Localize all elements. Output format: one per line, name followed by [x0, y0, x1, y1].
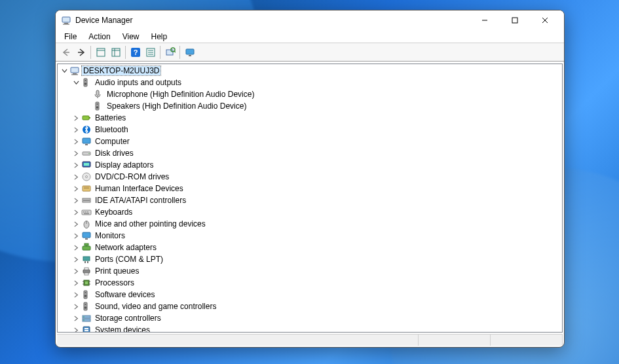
tree-category-node[interactable]: Bluetooth — [58, 124, 562, 136]
maximize-button[interactable] — [500, 10, 530, 30]
tree-node-label: Storage controllers — [94, 314, 162, 323]
tree-category-node[interactable]: Disk drives — [58, 147, 562, 159]
toolbar-show-hide-pane-button[interactable] — [108, 45, 123, 60]
expander-icon[interactable] — [71, 124, 81, 135]
speaker-icon — [81, 77, 92, 88]
menu-view[interactable]: View — [117, 31, 145, 43]
tree-category-node[interactable]: Mice and other pointing devices — [58, 218, 562, 230]
computer-icon — [69, 65, 80, 76]
device-tree[interactable]: DESKTOP-M2UUJ3D Audio inputs and outputs… — [57, 64, 563, 333]
cpu-icon — [81, 278, 92, 288]
tree-node-label: System devices — [94, 325, 151, 333]
network-icon — [81, 242, 92, 253]
tree-category-node[interactable]: Human Interface Devices — [58, 183, 562, 194]
tree-category-node[interactable]: System devices — [58, 324, 562, 333]
tree-node-label: Computer — [94, 137, 131, 146]
toolbar-help-button[interactable] — [128, 45, 143, 60]
expander-icon[interactable] — [59, 65, 69, 76]
titlebar[interactable]: Device Manager — [56, 10, 564, 30]
expander-icon[interactable] — [71, 207, 81, 217]
tree-category-node[interactable]: Sound, video and game controllers — [58, 300, 562, 312]
tree-device-node[interactable]: Microphone (High Definition Audio Device… — [58, 88, 562, 100]
tree-node-label: Audio inputs and outputs — [94, 78, 183, 87]
tree-category-node[interactable]: IDE ATA/ATAPI controllers — [58, 194, 562, 206]
display-icon — [81, 160, 92, 170]
battery-icon — [81, 113, 92, 123]
monitor-icon — [81, 136, 92, 147]
toolbar-separator — [90, 46, 91, 59]
close-button[interactable] — [530, 10, 560, 30]
minimize-button[interactable] — [470, 10, 500, 30]
expander-icon[interactable] — [71, 254, 81, 264]
status-cell — [419, 335, 491, 346]
printer-icon — [81, 266, 92, 276]
monitor-icon — [81, 230, 92, 241]
expander-icon[interactable] — [71, 301, 81, 312]
expander-icon[interactable] — [71, 289, 81, 300]
tree-category-node[interactable]: DVD/CD-ROM drives — [58, 171, 562, 183]
tree-node-label: Processors — [94, 278, 136, 287]
menubar: File Action View Help — [56, 30, 564, 43]
expander-icon[interactable] — [71, 278, 81, 288]
tree-node-label: Bluetooth — [94, 125, 130, 134]
menu-action[interactable]: Action — [83, 31, 116, 43]
tree-node-label: Network adapters — [94, 243, 158, 252]
tree-root-node[interactable]: DESKTOP-M2UUJ3D — [58, 65, 562, 77]
speaker-icon — [93, 101, 103, 111]
toolbar-separator — [179, 46, 180, 59]
tree-node-label: Human Interface Devices — [94, 184, 185, 193]
expander-icon[interactable] — [71, 219, 81, 229]
tree-category-node[interactable]: Computer — [58, 136, 562, 147]
expander-placeholder — [83, 89, 93, 100]
tree-node-label: Disk drives — [94, 149, 135, 158]
expander-icon[interactable] — [71, 172, 81, 182]
toolbar-back-button[interactable] — [58, 45, 73, 60]
expander-icon[interactable] — [71, 148, 81, 158]
expander-icon[interactable] — [71, 77, 81, 88]
tree-category-node[interactable]: Batteries — [58, 112, 562, 124]
tree-node-label: Microphone (High Definition Audio Device… — [105, 90, 255, 99]
toolbar-show-hide-tree-button[interactable] — [93, 45, 108, 60]
expander-icon[interactable] — [71, 113, 81, 123]
expander-icon[interactable] — [71, 195, 81, 206]
tree-category-node[interactable]: Network adapters — [58, 242, 562, 253]
expander-icon[interactable] — [71, 266, 81, 276]
tree-node-label: Sound, video and game controllers — [94, 302, 217, 311]
tree-category-node[interactable]: Ports (COM & LPT) — [58, 253, 562, 265]
tree-category-node[interactable]: Print queues — [58, 265, 562, 277]
tree-category-node[interactable]: Monitors — [58, 230, 562, 242]
hid-icon — [81, 183, 92, 194]
ide-icon — [81, 195, 92, 206]
toolbar-forward-button[interactable] — [73, 45, 88, 60]
menu-help[interactable]: Help — [145, 31, 174, 43]
tree-category-node[interactable]: Audio inputs and outputs — [58, 77, 562, 88]
toolbar-scan-hardware-button[interactable] — [162, 45, 178, 60]
toolbar-properties-button[interactable] — [143, 45, 158, 60]
menu-file[interactable]: File — [58, 31, 83, 43]
tree-category-node[interactable]: Keyboards — [58, 206, 562, 218]
tree-device-node[interactable]: Speakers (High Definition Audio Device) — [58, 100, 562, 112]
tree-node-label: Keyboards — [94, 208, 134, 217]
expander-icon[interactable] — [71, 160, 81, 170]
expander-icon[interactable] — [71, 136, 81, 147]
tree-node-label: Software devices — [94, 290, 156, 299]
expander-icon[interactable] — [71, 230, 81, 241]
tree-category-node[interactable]: Processors — [58, 277, 562, 289]
tree-node-label: DVD/CD-ROM drives — [94, 172, 170, 181]
toolbar-add-legacy-button[interactable] — [182, 45, 197, 60]
expander-icon[interactable] — [71, 325, 81, 333]
window-title: Device Manager — [75, 16, 132, 25]
tree-node-label: Batteries — [94, 113, 127, 122]
tree-category-node[interactable]: Display adaptors — [58, 159, 562, 171]
cd-icon — [81, 172, 92, 182]
expander-icon[interactable] — [71, 242, 81, 253]
expander-icon[interactable] — [71, 183, 81, 194]
status-cell — [57, 335, 419, 346]
status-cell — [491, 335, 563, 346]
toolbar — [56, 43, 564, 62]
tree-category-node[interactable]: Software devices — [58, 289, 562, 300]
tree-category-node[interactable]: Storage controllers — [58, 312, 562, 324]
tree-node-label: Mice and other pointing devices — [94, 219, 207, 228]
mic-icon — [93, 89, 103, 100]
expander-icon[interactable] — [71, 313, 81, 323]
